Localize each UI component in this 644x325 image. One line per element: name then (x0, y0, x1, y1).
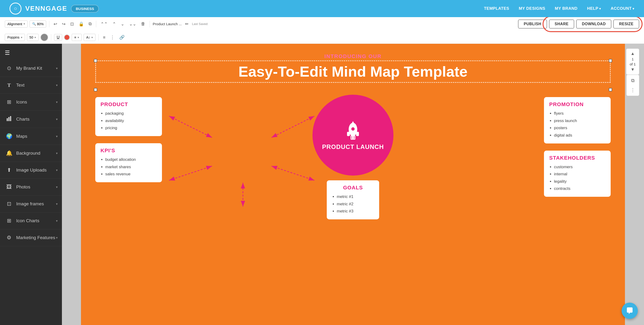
page-up-button[interactable]: ▲ (631, 51, 635, 56)
list-item: internal (554, 171, 606, 178)
underline-button[interactable]: U (54, 34, 62, 41)
business-badge[interactable]: BUSINESS (71, 5, 99, 12)
promotion-box[interactable]: PROMOTION flyers press launch posters di… (544, 97, 611, 143)
brand-kit-icon: ⊙ (6, 65, 12, 71)
nav-my-brand[interactable]: MY BRAND (555, 6, 578, 11)
page-nav-extra: ⧉ ⋮ (626, 75, 639, 96)
sidebar-item-icons[interactable]: ⊞ Icons ▾ (0, 94, 62, 111)
publish-button[interactable]: PUBLISH (518, 19, 547, 28)
send-backward-button[interactable]: ⌄ (119, 20, 126, 27)
hamburger-menu[interactable]: ☰ (0, 46, 62, 60)
nav-templates[interactable]: TEMPLATES (484, 6, 509, 11)
main-layout: ☰ ⊙ My Brand Kit ▾ T Text ▾ ⊞ Icons ▾ C (0, 44, 644, 325)
sidebar-item-image-uploads[interactable]: ⬆ Image Uploads ▾ (0, 162, 62, 179)
mind-map-center: PRODUCT LAUNCH GOALS metric #1 metric #2… (167, 95, 539, 219)
chevron-icons: ▾ (56, 100, 58, 104)
list-item: availability (105, 117, 157, 125)
chevron-charts: ▾ (56, 117, 58, 121)
numbered-list-button[interactable]: ⋮ (109, 34, 116, 41)
crop-button[interactable]: ⊡ (69, 20, 75, 27)
handle-tl[interactable] (94, 59, 97, 62)
center-circle[interactable]: PRODUCT LAUNCH (312, 95, 394, 176)
sidebar-item-my-brand-kit[interactable]: ⊙ My Brand Kit ▾ (0, 60, 62, 77)
copy-button[interactable]: ⧉ (87, 20, 93, 27)
divider-2 (96, 21, 96, 27)
align-text-select[interactable]: ≡ (72, 34, 82, 41)
nav-help[interactable]: HELP (587, 6, 601, 11)
list-item: metric #3 (337, 208, 374, 215)
undo-button[interactable]: ↩ (52, 20, 58, 27)
page-down-button[interactable]: ▼ (631, 67, 635, 72)
text-size-select[interactable]: A↕ (84, 34, 96, 41)
goals-list: metric #1 metric #2 metric #3 (332, 193, 374, 215)
bullet-list-button[interactable]: ≡ (102, 34, 107, 41)
divider-1 (49, 21, 49, 27)
sidebar-label-charts: Charts (16, 117, 30, 122)
sidebar-item-charts[interactable]: Charts ▾ (0, 111, 62, 128)
chevron-icon-charts: ▾ (56, 219, 58, 223)
font-select[interactable]: Poppins (5, 34, 25, 41)
chevron-image-uploads: ▾ (56, 168, 58, 172)
background-icon: 🔔 (6, 150, 12, 156)
sidebar: ☰ ⊙ My Brand Kit ▾ T Text ▾ ⊞ Icons ▾ C (0, 44, 62, 325)
chat-bubble-button[interactable] (622, 303, 638, 319)
right-column: PROMOTION flyers press launch posters di… (544, 95, 611, 197)
goals-box[interactable]: GOALS metric #1 metric #2 metric #3 (327, 180, 379, 219)
nav-my-designs[interactable]: MY DESIGNS (519, 6, 545, 11)
sidebar-item-icon-charts[interactable]: ⊞ Icon Charts ▾ (0, 213, 62, 229)
font-color-swatch[interactable] (40, 33, 48, 41)
divider-4 (51, 34, 51, 41)
handle-br[interactable] (609, 88, 612, 91)
zoom-select[interactable]: 🔍 80% (30, 20, 46, 27)
svg-rect-1 (8, 117, 10, 121)
alignment-select[interactable]: Alignment (5, 20, 28, 27)
stakeholders-box[interactable]: STAKEHOLDERS customers internal legality… (544, 151, 611, 197)
color-swatch-red[interactable] (64, 34, 70, 40)
doc-title[interactable]: Product Launch ... (153, 22, 182, 26)
share-button[interactable]: SHARE (549, 19, 574, 28)
handle-tr[interactable] (609, 59, 612, 62)
chevron-brand-kit: ▾ (56, 66, 58, 70)
redo-button[interactable]: ↪ (60, 20, 67, 27)
title-section[interactable]: INTRODUCING OUR Easy-To-Edit Mind Map Te… (95, 53, 611, 90)
promotion-list: flyers press launch posters digital ads (549, 110, 606, 139)
lock-button[interactable]: 🔒 (77, 20, 85, 27)
sidebar-item-text[interactable]: T Text ▾ (0, 77, 62, 94)
resize-button[interactable]: RESIZE (613, 19, 639, 28)
divider-3 (150, 21, 150, 27)
svg-rect-17 (347, 132, 350, 136)
kpis-box[interactable]: KPI'S budget allocation market shares sa… (95, 143, 162, 182)
list-item: packaging (105, 110, 157, 117)
sidebar-item-background[interactable]: 🔔 Background ▾ (0, 145, 62, 162)
toolbar-row-1: Alignment 🔍 80% ↩ ↪ ⊡ 🔒 ⧉ ⌃⌃ ⌃ ⌄ ⌄⌄ 🗑 Pr… (5, 18, 639, 29)
font-size-select[interactable]: 50 (27, 34, 39, 41)
sidebar-item-marketing-features[interactable]: ⚙ Marketing Features ▾ (0, 229, 62, 246)
product-box[interactable]: PRODUCT packaging availability pricing (95, 97, 162, 136)
bring-forward-button[interactable]: ⌃ (111, 20, 118, 27)
sidebar-item-maps[interactable]: 🌍 Maps ▾ (0, 128, 62, 145)
infographic-canvas[interactable]: INTRODUCING OUR Easy-To-Edit Mind Map Te… (81, 44, 625, 325)
delete-button[interactable]: 🗑 (140, 20, 147, 27)
edit-title-button[interactable]: ✏ (184, 20, 190, 27)
main-title-wrapper[interactable]: Easy-To-Edit Mind Map Template (95, 60, 611, 90)
logo-text: VENNGAGE (25, 5, 67, 12)
top-nav-links: TEMPLATES MY DESIGNS MY BRAND HELP ACCOU… (484, 6, 634, 11)
sidebar-item-image-frames[interactable]: ⊡ Image frames ▾ (0, 196, 62, 213)
divider-5 (98, 34, 98, 41)
duplicate-page-button[interactable]: ⧉ (630, 77, 636, 84)
handle-bl[interactable] (94, 88, 97, 91)
svg-point-19 (351, 127, 355, 131)
download-button[interactable]: DOWNLOAD (576, 19, 611, 28)
link-button[interactable]: 🔗 (118, 34, 126, 41)
image-uploads-icon: ⬆ (6, 167, 12, 173)
bring-front-button[interactable]: ⌃⌃ (99, 20, 109, 27)
main-title[interactable]: Easy-To-Edit Mind Map Template (95, 60, 611, 83)
list-item: budget allocation (105, 156, 157, 163)
send-back-button[interactable]: ⌄⌄ (128, 20, 138, 27)
list-item: sales revenue (105, 171, 157, 178)
nav-account[interactable]: ACCOUNT (611, 6, 634, 11)
sidebar-item-photos[interactable]: 🖼 Photos ▾ (0, 179, 62, 196)
stakeholders-title: STAKEHOLDERS (549, 155, 606, 161)
more-options-button[interactable]: ⋮ (629, 86, 636, 94)
center-column: PRODUCT LAUNCH GOALS metric #1 metric #2… (312, 95, 394, 219)
